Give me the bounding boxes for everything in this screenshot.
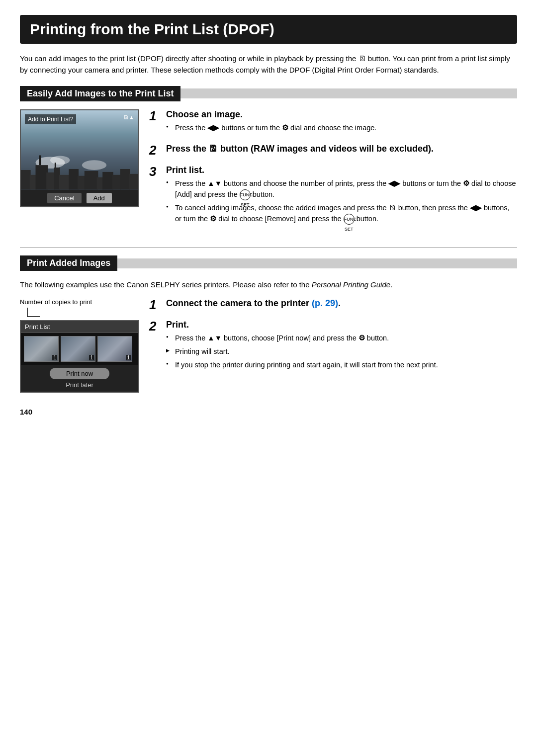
step2-number: 2 — [149, 144, 161, 157]
print-step1-content: Connect the camera to the printer (p. 29… — [166, 298, 517, 312]
step3-bullet2: To cancel adding images, choose the adde… — [166, 203, 517, 225]
step1-bullet1: Press the ◀▶ buttons or turn the ⚙ dial … — [166, 123, 517, 134]
section2-header-text: Print Added Images — [20, 255, 117, 271]
step3-title: Print list. — [166, 165, 517, 175]
section2-intro: The following examples use the Canon SEL… — [20, 279, 517, 290]
thumb-count-3: 1 — [126, 355, 131, 360]
print-thumbnails: 1 1 1 — [21, 333, 138, 365]
print-step2-number: 2 — [149, 320, 161, 333]
func-set-icon-2: FUNCSET — [344, 214, 355, 225]
section1-header: Easily Add Images to the Print List — [20, 86, 517, 101]
svg-rect-14 — [112, 174, 121, 189]
add-button[interactable]: Add — [87, 193, 112, 203]
camera-screen-buttons: Cancel Add — [21, 190, 138, 206]
camera-screen-panel: Add to Print List? 🖻▲ Cancel Add — [20, 109, 139, 236]
section1-header-text: Easily Add Images to the Print List — [20, 86, 180, 101]
add-to-print-list-label: Add to Print List? — [25, 114, 76, 124]
svg-rect-15 — [120, 169, 130, 189]
print-bullet1: Press the ▲▼ buttons, choose [Print now]… — [166, 333, 517, 344]
thumb-count-1: 1 — [52, 355, 57, 360]
print-step1: 1 Connect the camera to the printer (p. … — [149, 298, 517, 312]
print-steps: 1 Connect the camera to the printer (p. … — [149, 298, 517, 381]
section1-steps: 1 Choose an image. Press the ◀▶ buttons … — [149, 109, 517, 236]
print-step2-title: Print. — [166, 320, 517, 330]
print-bullet2: Printing will start. — [166, 346, 517, 357]
step2-title: Press the 🖻 button (RAW images and video… — [166, 144, 517, 154]
step2: 2 Press the 🖻 button (RAW images and vid… — [149, 144, 517, 157]
svg-rect-12 — [96, 177, 103, 189]
svg-rect-6 — [46, 172, 55, 189]
print-bullet3: If you stop the printer during printing … — [166, 360, 517, 371]
print-step2-content: Print. Press the ▲▼ buttons, choose [Pri… — [166, 320, 517, 373]
thumbnail-1: 1 — [24, 336, 59, 362]
page-title: Printing from the Print List (DPOF) — [20, 15, 517, 44]
personal-printing-guide-ref: Personal Printing Guide — [312, 280, 390, 289]
step1-number: 1 — [149, 109, 161, 122]
step3: 3 Print list. Press the ▲▼ buttons and c… — [149, 165, 517, 227]
thumbnail-2: 1 — [61, 336, 95, 362]
step2-content: Press the 🖻 button (RAW images and video… — [166, 144, 517, 157]
svg-rect-8 — [59, 174, 70, 189]
page-link[interactable]: (p. 29) — [312, 298, 338, 308]
svg-rect-10 — [78, 175, 86, 189]
section2-header-bar — [117, 258, 517, 268]
thumb-count-2: 1 — [89, 355, 94, 360]
intro-paragraph: You can add images to the print list (DP… — [20, 53, 517, 76]
cancel-button[interactable]: Cancel — [47, 193, 81, 203]
print-step1-title: Connect the camera to the printer (p. 29… — [166, 298, 517, 309]
copies-arrow-indicator — [25, 308, 50, 318]
number-copies-label: Number of copies to print — [20, 298, 139, 306]
step3-bullets: Press the ▲▼ buttons and choose the numb… — [166, 178, 517, 225]
print-screen-buttons: Print now Print later — [21, 365, 138, 392]
svg-point-1 — [50, 156, 70, 165]
section1-header-bar — [180, 88, 517, 98]
section1-content: Add to Print List? 🖻▲ Cancel Add 1 Choos… — [20, 109, 517, 236]
func-set-icon: FUNCSET — [240, 189, 251, 200]
camera-icons: 🖻▲ — [123, 114, 134, 120]
cityscape-icon — [21, 150, 138, 190]
svg-rect-13 — [102, 171, 113, 189]
step3-content: Print list. Press the ▲▼ buttons and cho… — [166, 165, 517, 227]
svg-rect-9 — [69, 169, 79, 189]
step3-bullet1: Press the ▲▼ buttons and choose the numb… — [166, 178, 517, 200]
print-screen-panel: Number of copies to print Print List 1 1… — [20, 298, 139, 393]
print-step2: 2 Print. Press the ▲▼ buttons, choose [P… — [149, 320, 517, 373]
camera-image: Add to Print List? 🖻▲ — [21, 110, 138, 190]
svg-point-2 — [82, 160, 106, 170]
print-step2-bullets: Press the ▲▼ buttons, choose [Print now]… — [166, 333, 517, 370]
step1-content: Choose an image. Press the ◀▶ buttons or… — [166, 109, 517, 136]
svg-rect-16 — [129, 173, 138, 189]
page-number: 140 — [20, 408, 517, 416]
print-now-button[interactable]: Print now — [50, 368, 109, 379]
svg-rect-5 — [36, 165, 48, 189]
section2-content: Number of copies to print Print List 1 1… — [20, 298, 517, 393]
camera-screen: Add to Print List? 🖻▲ Cancel Add — [20, 109, 139, 207]
svg-rect-17 — [39, 155, 41, 165]
thumbnail-3: 1 — [97, 336, 132, 362]
print-step1-number: 1 — [149, 298, 161, 311]
section-divider — [20, 247, 517, 248]
step1-title: Choose an image. — [166, 109, 517, 120]
step3-number: 3 — [149, 165, 161, 178]
section2-header: Print Added Images — [20, 255, 517, 271]
svg-rect-3 — [21, 170, 31, 189]
svg-rect-18 — [55, 163, 56, 168]
svg-rect-11 — [85, 170, 98, 189]
print-screen: Print List 1 1 1 Print now Print later — [20, 320, 139, 393]
print-list-header: Print List — [21, 321, 138, 333]
step1: 1 Choose an image. Press the ◀▶ buttons … — [149, 109, 517, 136]
print-later-button[interactable]: Print later — [66, 381, 93, 389]
step1-bullets: Press the ◀▶ buttons or turn the ⚙ dial … — [166, 123, 517, 134]
